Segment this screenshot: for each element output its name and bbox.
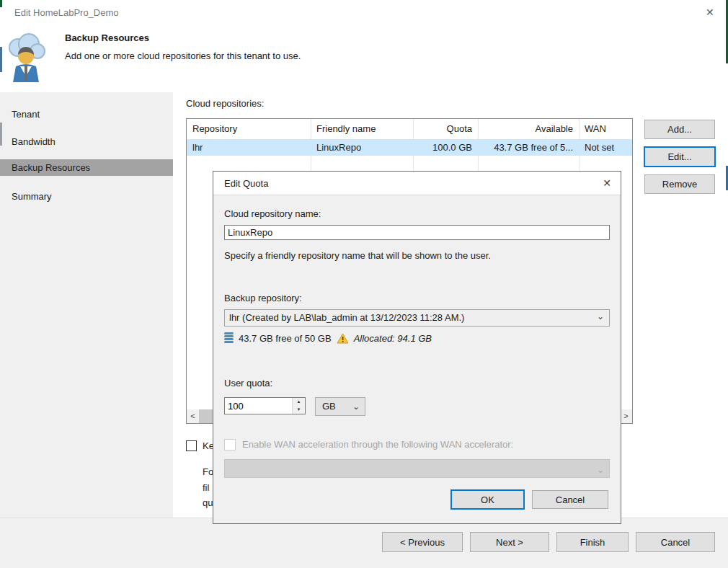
sidebar-item-summary[interactable]: Summary	[0, 188, 173, 205]
wan-acceleration-checkbox	[224, 439, 236, 451]
user-quota-label: User quota:	[224, 378, 272, 389]
tenant-cloud-user-icon	[4, 32, 48, 88]
keep-deleted-files-checkbox[interactable]	[186, 440, 197, 451]
column-header-wan[interactable]: WAN	[585, 119, 606, 139]
dialog-titlebar: Edit Quota ✕	[213, 172, 621, 195]
table-row[interactable]: lhr LinuxRepo 100.0 GB 43.7 GB free of 5…	[187, 139, 632, 156]
free-space-text: 43.7 GB free of 50 GB	[239, 333, 332, 344]
cell-available: 43.7 GB free of 5...	[478, 139, 573, 156]
background-window-edge	[0, 0, 2, 7]
add-button[interactable]: Add...	[644, 120, 715, 139]
window-close-icon[interactable]: ✕	[706, 6, 714, 18]
obscured-text-line2: fil	[203, 482, 209, 493]
cell-quota: 100.0 GB	[413, 139, 472, 156]
next-button[interactable]: Next >	[470, 532, 549, 552]
quota-value-input[interactable]	[225, 398, 291, 414]
column-header-quota[interactable]: Quota	[413, 119, 472, 139]
spinner-down-icon[interactable]: ▼	[293, 406, 305, 414]
background-window-edge	[0, 123, 2, 146]
backup-repository-label: Backup repository:	[224, 293, 302, 303]
repository-name-label: Cloud repository name:	[224, 208, 321, 219]
sidebar-item-bandwidth[interactable]: Bandwidth	[0, 133, 173, 150]
edit-quota-dialog: Edit Quota ✕ Cloud repository name: Spec…	[213, 171, 621, 524]
remove-button[interactable]: Remove	[644, 174, 715, 194]
repository-name-hint: Specify a friendly repository name that …	[224, 250, 491, 261]
wizard-header: Backup Resources Add one or more cloud r…	[0, 22, 728, 92]
ok-button[interactable]: OK	[450, 489, 525, 510]
column-header-available[interactable]: Available	[478, 119, 573, 139]
database-icon	[224, 332, 234, 344]
finish-button[interactable]: Finish	[556, 532, 629, 552]
repository-capacity-row: 43.7 GB free of 50 GB Allocated: 94.1 GB	[224, 332, 432, 345]
previous-button[interactable]: < Previous	[382, 532, 463, 552]
repository-name-input[interactable]	[224, 225, 610, 240]
wizard-cancel-button[interactable]: Cancel	[636, 532, 715, 552]
chevron-down-icon: ⌄	[597, 309, 604, 324]
warning-icon	[337, 333, 349, 344]
wan-acceleration-label: Enable WAN acceleration through the foll…	[242, 439, 513, 450]
dialog-close-icon[interactable]: ✕	[603, 172, 611, 195]
cloud-repositories-label: Cloud repositories:	[186, 98, 264, 109]
spinner-up-icon[interactable]: ▲	[293, 398, 305, 406]
background-window-edge	[0, 47, 2, 72]
scroll-left-icon[interactable]: <	[187, 409, 199, 423]
wizard-footer: < Previous Next > Finish Cancel	[0, 518, 728, 568]
column-header-repository[interactable]: Repository	[192, 119, 237, 139]
chevron-down-icon: ⌄	[352, 398, 360, 415]
wizard-steps-sidebar: Tenant Bandwidth Backup Resources Summar…	[0, 92, 173, 518]
sidebar-item-backup-resources[interactable]: Backup Resources	[0, 159, 173, 176]
cell-repository: lhr	[192, 139, 203, 156]
backup-repository-select[interactable]: lhr (Created by LAB\lab_admin at 13/12/2…	[224, 309, 610, 327]
cell-friendly-name: LinuxRepo	[316, 139, 361, 156]
scroll-right-icon[interactable]: >	[620, 409, 632, 423]
quota-unit-select[interactable]: GB ⌄	[315, 397, 365, 416]
allocated-text: Allocated: 94.1 GB	[354, 333, 432, 344]
wan-accelerator-select: ⌄	[224, 459, 610, 478]
quota-value-spinner[interactable]: ▲ ▼	[224, 397, 306, 414]
column-header-friendly-name[interactable]: Friendly name	[316, 119, 376, 139]
edit-button[interactable]: Edit...	[644, 146, 716, 167]
obscured-text-line3: qu	[203, 497, 213, 508]
step-title: Backup Resources	[65, 32, 149, 43]
dialog-title: Edit Quota	[224, 172, 268, 195]
wizard-window: Edit HomeLabPro_Demo ✕ Backup Resources …	[0, 0, 728, 568]
chevron-down-icon: ⌄	[597, 461, 604, 479]
window-title: Edit HomeLabPro_Demo	[14, 7, 119, 18]
step-subtitle: Add one or more cloud repositories for t…	[65, 50, 301, 61]
obscured-text-line1: Fo	[203, 466, 213, 477]
cell-wan: Not set	[585, 139, 614, 156]
sidebar-item-tenant[interactable]: Tenant	[0, 106, 173, 123]
dialog-cancel-button[interactable]: Cancel	[532, 490, 608, 509]
